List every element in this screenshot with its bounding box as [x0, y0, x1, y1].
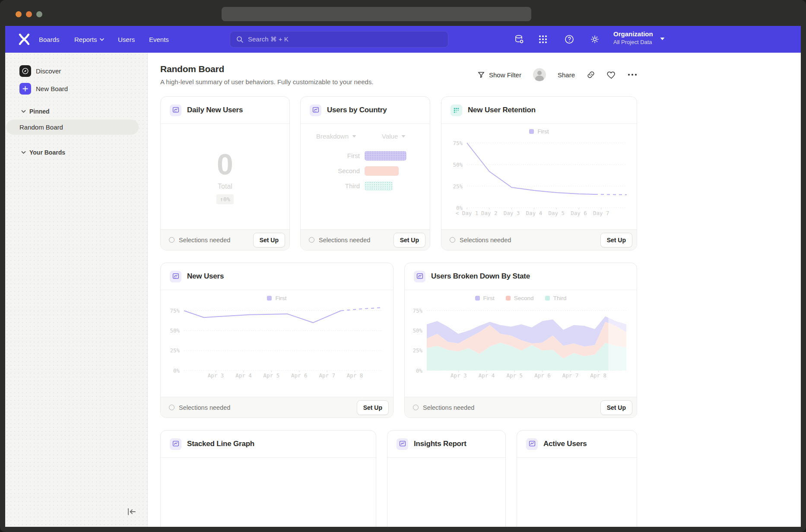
card-title: Active Users — [543, 440, 587, 448]
svg-text:50%: 50% — [453, 162, 463, 168]
traffic-light-close[interactable] — [16, 11, 22, 17]
svg-text:Day 3: Day 3 — [504, 210, 520, 216]
nav-item-reports[interactable]: Reports — [74, 26, 104, 53]
svg-text:25%: 25% — [170, 347, 180, 354]
svg-text:50%: 50% — [170, 327, 180, 334]
board-canvas: Random Board A high-level summary of use… — [148, 53, 801, 527]
svg-text:Day 2: Day 2 — [481, 210, 498, 216]
bar-row: First — [301, 148, 430, 163]
line-chart-icon — [414, 271, 425, 282]
setup-button[interactable]: Set Up — [253, 233, 285, 247]
svg-text:75%: 75% — [170, 307, 180, 314]
breakdown-dropdown[interactable]: Breakdown — [316, 133, 356, 140]
retention-chart: 75%50%25%0%< Day 1Day 2Day 3Day 4Day 5Da… — [441, 124, 637, 230]
sidebar-item-random-board[interactable]: Random Board — [6, 120, 139, 135]
card-users-by-country: Users by Country Breakdown Value — [300, 96, 430, 250]
org-switcher[interactable]: Organization All Project Data — [613, 30, 653, 45]
setup-button[interactable]: Set Up — [357, 400, 389, 415]
help-icon[interactable] — [564, 34, 574, 44]
browser-address-bar[interactable] — [222, 7, 531, 21]
setup-button[interactable]: Set Up — [393, 233, 425, 247]
traffic-light-zoom[interactable] — [36, 11, 42, 17]
sidebar-item-label: Discover — [36, 67, 61, 75]
sidebar-collapse-icon[interactable] — [127, 508, 136, 516]
card-daily-new-users: Daily New Users 0 Total ↑0% Selectio — [160, 96, 290, 250]
line-chart-icon — [310, 104, 321, 116]
nav-item-boards[interactable]: Boards — [39, 26, 60, 53]
share-button[interactable]: Share — [558, 71, 575, 79]
avatar[interactable] — [533, 68, 546, 81]
sidebar-item-new-board[interactable]: New Board — [5, 83, 147, 95]
plus-icon — [19, 83, 31, 95]
status-selections-needed: Selections needed — [169, 237, 230, 244]
metric-label: Total — [218, 183, 232, 190]
card-title: Stacked Line Graph — [187, 440, 254, 448]
chevron-down-icon — [352, 135, 356, 138]
svg-text:Apr 8: Apr 8 — [590, 372, 606, 379]
sidebar-item-label: New Board — [36, 85, 68, 92]
setup-button[interactable]: Set Up — [600, 400, 632, 415]
metric-value: 0 — [217, 149, 233, 179]
setup-button[interactable]: Set Up — [600, 233, 632, 247]
chevron-down-icon — [21, 110, 26, 113]
svg-text:Apr 6: Apr 6 — [291, 372, 308, 379]
svg-text:Day 7: Day 7 — [593, 210, 609, 216]
sidebar-item-discover[interactable]: Discover — [5, 65, 147, 77]
bar-second — [365, 166, 399, 176]
top-navbar: Boards Reports Users Events Search ⌘ + K — [5, 26, 801, 53]
sidebar-section-your-boards[interactable]: Your Boards — [5, 149, 65, 156]
data-management-icon[interactable] — [514, 34, 524, 44]
empty-circle-icon — [169, 405, 175, 410]
svg-text:25%: 25% — [413, 347, 422, 354]
card-new-users: New Users First 75%50%25%0%Apr 3Apr 4Apr… — [160, 263, 393, 418]
card-title: New User Retention — [468, 106, 536, 114]
value-dropdown[interactable]: Value — [382, 133, 406, 140]
card-title: Insights Report — [414, 440, 466, 448]
svg-text:Apr 5: Apr 5 — [263, 372, 280, 379]
card-active-users: Active Users — [517, 430, 637, 527]
card-title: New Users — [187, 272, 224, 281]
mixpanel-logo-icon[interactable] — [18, 33, 30, 45]
app-window: Boards Reports Users Events Search ⌘ + K — [5, 26, 801, 527]
apps-grid-icon[interactable] — [538, 34, 548, 44]
svg-text:0%: 0% — [416, 367, 423, 374]
card-users-by-state: Users Broken Down By State FirstSecondTh… — [404, 263, 637, 418]
svg-text:Apr 3: Apr 3 — [208, 372, 224, 379]
card-footer: Selections needed Set Up — [441, 229, 637, 250]
filter-funnel-icon — [477, 71, 485, 79]
svg-text:Day 4: Day 4 — [526, 210, 543, 216]
empty-circle-icon — [169, 237, 175, 243]
card-stacked-line-graph: Stacked Line Graph — [160, 430, 376, 527]
card-insights-report: Insights Report — [387, 430, 506, 527]
sidebar-section-pinned[interactable]: Pinned — [5, 108, 50, 115]
status-selections-needed: Selections needed — [413, 404, 474, 411]
favorite-heart-icon[interactable] — [607, 71, 616, 79]
search-placeholder: Search ⌘ + K — [248, 35, 289, 43]
search-input[interactable]: Search ⌘ + K — [230, 31, 448, 48]
card-new-user-retention: New User Retention First 75%50%25%0%< Da… — [441, 96, 637, 250]
nav-item-users[interactable]: Users — [118, 26, 135, 53]
svg-text:75%: 75% — [453, 140, 463, 146]
show-filter-button[interactable]: Show Filter — [477, 71, 521, 79]
discover-compass-icon — [19, 65, 31, 77]
search-icon — [236, 36, 244, 43]
traffic-light-minimize[interactable] — [26, 11, 32, 17]
empty-circle-icon — [309, 237, 314, 243]
svg-text:50%: 50% — [413, 327, 422, 334]
line-chart-icon — [170, 104, 181, 116]
settings-gear-icon[interactable] — [590, 34, 600, 44]
chevron-down-icon — [21, 151, 26, 154]
svg-text:Apr 3: Apr 3 — [451, 372, 467, 379]
card-footer: Selections needed Set Up — [161, 229, 289, 250]
status-selections-needed: Selections needed — [450, 237, 511, 244]
country-bar-list: First Second Third — [301, 148, 430, 193]
svg-text:< Day 1: < Day 1 — [456, 210, 479, 216]
svg-text:Apr 7: Apr 7 — [319, 372, 335, 379]
more-options-icon[interactable] — [628, 73, 637, 76]
org-project: All Project Data — [613, 39, 653, 45]
nav-item-events[interactable]: Events — [149, 26, 169, 53]
chevron-down-icon — [100, 38, 104, 41]
chevron-down-icon — [401, 135, 406, 138]
line-chart-icon — [170, 438, 181, 450]
copy-link-icon[interactable] — [587, 70, 595, 79]
